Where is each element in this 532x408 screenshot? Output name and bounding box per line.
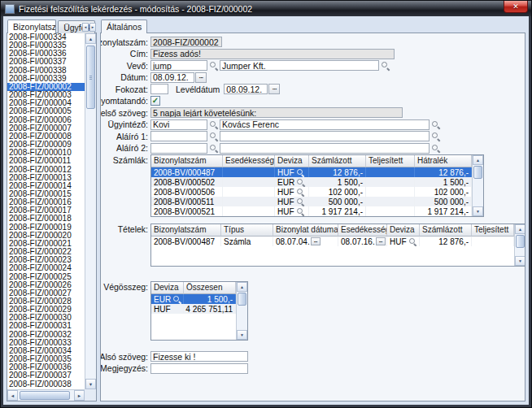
ugyintezo-code-field[interactable]: Kovi xyxy=(150,119,207,130)
table-row[interactable]: EUR1 500,- xyxy=(151,294,236,304)
scrollbar-track[interactable] xyxy=(85,44,96,379)
lookup-icon[interactable] xyxy=(172,295,181,304)
tab-bizonylatszam[interactable]: Bizonylatszám xyxy=(7,20,56,33)
table-row[interactable]: HUF4 265 751,11 xyxy=(151,304,236,314)
table-row[interactable]: 2008-BV/000487HUF12 876,-12 876,- xyxy=(151,167,472,177)
alairo1-code-field[interactable] xyxy=(150,131,207,141)
scroll-up-button[interactable]: ▲ xyxy=(515,224,525,234)
vevo-code-lookup-icon[interactable] xyxy=(209,61,218,70)
scrollbar-thumb[interactable] xyxy=(473,166,482,179)
vevo-code-field[interactable]: jump xyxy=(150,60,207,71)
cim-field[interactable]: Fizess adós! xyxy=(150,49,395,59)
document-list-item[interactable]: 2008-FIZ/000024 xyxy=(7,264,85,272)
lookup-icon[interactable] xyxy=(296,168,305,177)
tetelek-table[interactable]: BizonylatszámTípusBizonylat dátumaEsedék… xyxy=(150,224,525,267)
vegosszeg-table[interactable]: DevizaÖsszesenEUR1 500,-HUF4 265 751,11▲… xyxy=(150,281,248,341)
scrollbar-track[interactable] xyxy=(515,234,525,256)
column-header[interactable]: Deviza xyxy=(151,282,184,294)
column-header[interactable]: Típus xyxy=(221,224,273,237)
vevo-name-lookup-icon[interactable] xyxy=(381,61,390,70)
leveldatum-field[interactable]: 08.09.12. xyxy=(224,84,268,94)
alairo1-name-field[interactable] xyxy=(220,131,430,141)
column-header[interactable]: Deviza xyxy=(387,224,420,237)
leveldatum-picker-button[interactable]: ··· xyxy=(268,84,280,94)
scroll-up-button[interactable]: ▲ xyxy=(473,155,483,165)
scrollbar-thumb[interactable] xyxy=(86,46,95,109)
scrollbar-track[interactable] xyxy=(18,390,74,401)
scroll-left-button[interactable]: ◄ xyxy=(7,390,18,401)
table-vertical-scrollbar[interactable]: ▲▼ xyxy=(472,155,483,216)
nyomtatando-checkbox[interactable]: ✓ xyxy=(150,96,160,106)
bizonylatszam-field[interactable]: 2008-FIZ/000002 xyxy=(150,37,222,47)
tab-scroll-left-button[interactable]: ◄ xyxy=(82,23,89,32)
table-vertical-scrollbar[interactable]: ▲▼ xyxy=(236,282,247,340)
lookup-icon[interactable] xyxy=(408,237,417,246)
lookup-icon[interactable] xyxy=(296,197,305,206)
ugyintezo-code-lookup-icon[interactable] xyxy=(209,120,218,129)
column-header[interactable]: Számlázott xyxy=(309,155,366,167)
column-header[interactable]: Számlázott xyxy=(420,224,472,237)
column-header[interactable]: Bizonylatszám xyxy=(151,224,221,237)
table-row[interactable]: 2008-BV/000511HUF500 000,-500 000,- xyxy=(151,197,472,206)
date-picker-button[interactable]: ··· xyxy=(311,237,321,245)
scrollbar-track[interactable] xyxy=(237,292,247,330)
lookup-icon[interactable] xyxy=(296,188,305,197)
scroll-down-button[interactable]: ▼ xyxy=(473,206,483,216)
column-header[interactable]: Bizonylatszám xyxy=(151,155,223,167)
felso-szoveg-field[interactable]: 5 napja lejárt követelésünk: xyxy=(150,107,403,118)
table-vertical-scrollbar[interactable]: ▲▼ xyxy=(514,224,525,266)
cell-value: 1 500,- xyxy=(207,295,233,304)
list-vertical-scrollbar[interactable]: ▲ ▼ xyxy=(85,33,96,389)
also-szoveg-field[interactable]: Fizesse ki ! xyxy=(150,351,248,362)
scroll-right-button[interactable]: ► xyxy=(74,390,85,401)
table-row[interactable]: 2008-BV/000502EUR1 500,-1 500,- xyxy=(151,177,472,187)
document-list-item[interactable]: 2008-FIZ/000038 xyxy=(7,380,85,388)
document-list-item[interactable]: 2008-FIZ/000011 xyxy=(7,157,85,165)
tab-altalanos[interactable]: Általános xyxy=(101,20,147,33)
cell-value: Számla xyxy=(224,237,251,246)
list-horizontal-scrollbar[interactable]: ◄ ► xyxy=(7,389,85,401)
alairo2-code-field[interactable] xyxy=(150,143,207,154)
close-button[interactable]: ✕ xyxy=(504,1,528,13)
date-picker-button[interactable]: ··· xyxy=(376,237,386,245)
column-header[interactable]: Bizonylat dátuma xyxy=(273,224,338,237)
fokozat-field[interactable] xyxy=(150,84,168,94)
cell-value: 2008-BV/000487 xyxy=(154,168,215,177)
vevo-name-field[interactable]: Jumper Kft. xyxy=(220,60,379,71)
megjegyzes-field[interactable] xyxy=(150,363,248,374)
alairo2-name-lookup-icon[interactable] xyxy=(431,144,440,153)
alairo1-name-lookup-icon[interactable] xyxy=(431,132,440,141)
scrollbar-thumb[interactable] xyxy=(20,391,70,400)
scrollbar-thumb[interactable] xyxy=(516,235,525,248)
tab-scroll-right-button[interactable]: ► xyxy=(89,23,96,32)
cell-value: 1 917 214,- xyxy=(321,207,363,216)
column-header[interactable]: Hátralék xyxy=(415,155,472,167)
lookup-icon[interactable] xyxy=(296,207,305,216)
titlebar[interactable]: Fizetési felszólítás lekérdezés - módosí… xyxy=(1,1,531,16)
column-header[interactable]: Esedékesség xyxy=(223,155,275,167)
ugyintezo-name-lookup-icon[interactable] xyxy=(431,120,440,129)
scroll-up-button[interactable]: ▲ xyxy=(237,282,247,292)
datum-field[interactable]: 08.09.12. xyxy=(150,72,194,83)
scroll-down-button[interactable]: ▼ xyxy=(515,256,525,266)
scrollbar-thumb[interactable] xyxy=(238,293,246,306)
column-header[interactable]: Összesen xyxy=(184,282,236,294)
scroll-down-button[interactable]: ▼ xyxy=(85,379,96,389)
column-header[interactable]: Esedékesség xyxy=(338,224,387,237)
alairo1-code-lookup-icon[interactable] xyxy=(209,132,218,141)
scroll-down-button[interactable]: ▼ xyxy=(237,330,247,340)
lookup-icon[interactable] xyxy=(296,178,305,187)
column-header[interactable]: Deviza xyxy=(275,155,309,167)
datum-picker-button[interactable]: ··· xyxy=(195,72,207,83)
table-row[interactable]: 2008-BV/000506HUF102 000,-102 000,- xyxy=(151,187,472,197)
column-header[interactable]: Teljesített xyxy=(366,155,415,167)
szamlak-table[interactable]: BizonylatszámEsedékességDevizaSzámlázott… xyxy=(150,154,484,217)
table-row[interactable]: 2008-BV/000487Számla08.07.04.···08.07.16… xyxy=(151,237,514,246)
alairo2-name-field[interactable] xyxy=(220,143,430,154)
scroll-up-button[interactable]: ▲ xyxy=(85,33,96,44)
table-row[interactable]: 2008-BV/000521HUF1 917 214,-1 917 214,- xyxy=(151,206,472,216)
scrollbar-track[interactable] xyxy=(473,165,483,206)
alairo2-code-lookup-icon[interactable] xyxy=(209,144,218,153)
column-header[interactable]: Teljesített xyxy=(472,224,514,237)
ugyintezo-name-field[interactable]: Kovács Ferenc xyxy=(220,119,430,130)
